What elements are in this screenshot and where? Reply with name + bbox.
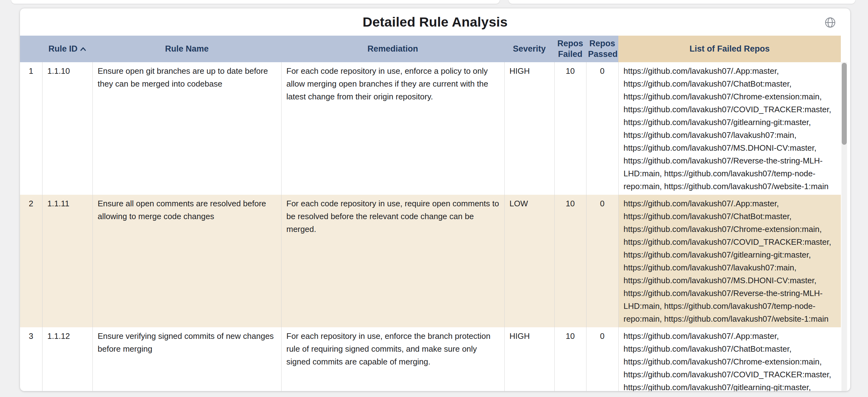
remediation-cell: For each repository in use, enforce the … [281, 327, 504, 391]
severity-column-header[interactable]: Severity [504, 36, 554, 62]
table-header-row: Rule ID Rule Name Remediation Severity R… [20, 36, 841, 62]
failed-repos-cell: https://github.com/lavakush07/.App:maste… [618, 327, 841, 391]
remediation-column-header[interactable]: Remediation [281, 36, 504, 62]
row-index-cell: 1 [20, 62, 42, 195]
rule-id-cell: 1.1.11 [42, 195, 92, 327]
table-row: 11.1.10Ensure open git branches are up t… [20, 62, 841, 195]
severity-cell: LOW [504, 195, 554, 327]
scrollbar-thumb[interactable] [842, 63, 847, 145]
detailed-rule-table: Rule ID Rule Name Remediation Severity R… [20, 36, 841, 391]
severity-cell: HIGH [504, 62, 554, 195]
repos-passed-cell: 0 [586, 62, 618, 195]
repos-failed-column-header[interactable]: Repos Failed [554, 36, 586, 62]
rule-id-cell: 1.1.12 [42, 327, 92, 391]
top-card-left [11, 0, 500, 4]
row-index-cell: 2 [20, 195, 42, 327]
page-title: Detailed Rule Analysis [363, 14, 507, 30]
table-row: 21.1.11Ensure all open comments are reso… [20, 195, 841, 327]
repos-passed-cell: 0 [586, 195, 618, 327]
detailed-rule-analysis-card: Detailed Rule Analysis [20, 8, 850, 391]
top-card-right [509, 0, 855, 4]
repos-passed-column-header[interactable]: Repos Passed [586, 36, 618, 62]
sort-ascending-icon [80, 47, 86, 51]
row-index-cell: 3 [20, 327, 42, 391]
rule-table-body: 11.1.10Ensure open git branches are up t… [20, 62, 841, 391]
rule-name-cell: Ensure all open comments are resolved be… [92, 195, 281, 327]
remediation-cell: For each code repository in use, enforce… [281, 62, 504, 195]
repos-failed-cell: 10 [554, 195, 586, 327]
globe-icon[interactable] [824, 16, 836, 29]
repos-failed-cell: 10 [554, 62, 586, 195]
rule-id-cell: 1.1.10 [42, 62, 92, 195]
rule-name-column-header[interactable]: Rule Name [92, 36, 281, 62]
index-column-header [20, 36, 42, 62]
repos-failed-cell: 10 [554, 327, 586, 391]
table-row: 31.1.12Ensure verifying signed commits o… [20, 327, 841, 391]
rule-name-cell: Ensure verifying signed commits of new c… [92, 327, 281, 391]
rule-name-cell: Ensure open git branches are up to date … [92, 62, 281, 195]
repos-passed-cell: 0 [586, 327, 618, 391]
table-scroll-area: Rule ID Rule Name Remediation Severity R… [20, 36, 841, 391]
failed-repos-column-header[interactable]: List of Failed Repos [618, 36, 841, 62]
remediation-cell: For each code repository in use, require… [281, 195, 504, 327]
severity-cell: HIGH [504, 327, 554, 391]
failed-repos-cell: https://github.com/lavakush07/.App:maste… [618, 62, 841, 195]
failed-repos-cell: https://github.com/lavakush07/.App:maste… [618, 195, 841, 327]
vertical-scrollbar[interactable] [841, 62, 847, 391]
rule-id-header-label: Rule ID [49, 44, 78, 54]
rule-id-column-header[interactable]: Rule ID [42, 36, 92, 62]
card-header: Detailed Rule Analysis [20, 8, 850, 36]
